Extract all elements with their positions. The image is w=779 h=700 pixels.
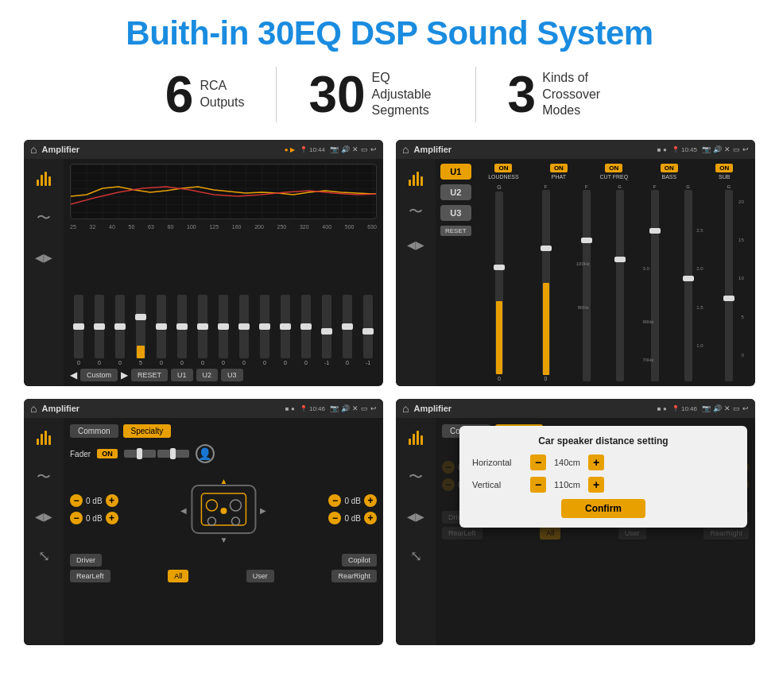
eq-next-arrow[interactable]: ▶ xyxy=(121,369,128,381)
rear-right-db-control: − 0 dB + xyxy=(328,512,377,524)
fader-filter-icon[interactable] xyxy=(31,424,56,450)
distance-dialog: Car speaker distance setting Horizontal … xyxy=(459,426,747,528)
status-bar-2: ⌂ Amplifier ■ ● 📍 10:45 📷🔊✕▭↩ xyxy=(396,140,755,159)
panel-fader-content: 〜 ◀▶ ⤡ Common Specialty Fader xyxy=(24,418,383,645)
cutfreq-on-badge: ON xyxy=(605,164,622,172)
eq-slider-7: 0 xyxy=(215,295,232,365)
dist-sidebar: 〜 ◀▶ ⤡ xyxy=(396,418,436,645)
panel-dist-content: 〜 ◀▶ ⤡ Common Specialty xyxy=(396,418,755,645)
front-left-plus[interactable]: + xyxy=(106,494,118,507)
horizontal-label: Horizontal xyxy=(472,458,524,467)
person-icon: 👤 xyxy=(196,444,215,463)
tab-specialty[interactable]: Specialty xyxy=(123,424,172,438)
home-icon-4[interactable]: ⌂ xyxy=(402,402,409,415)
eq-slider-1: 0 xyxy=(91,295,108,365)
dialog-title: Car speaker distance setting xyxy=(472,435,734,447)
dist-filter-icon[interactable] xyxy=(403,424,428,450)
stat-crossover-number: 3 xyxy=(508,69,537,120)
dist-main: Common Specialty − 0 dB + xyxy=(436,418,755,645)
horizontal-stepper: − 140cm + xyxy=(530,454,604,470)
rear-right-minus[interactable]: − xyxy=(328,512,341,524)
cross-volume-icon[interactable]: ◀▶ xyxy=(403,232,428,257)
eq-wave-icon[interactable]: 〜 xyxy=(31,205,56,230)
stat-crossover-label: Kinds ofCrossover Modes xyxy=(542,70,614,119)
fader-volume-icon[interactable]: ◀▶ xyxy=(31,504,56,529)
app-title-4: Amplifier xyxy=(413,404,652,413)
front-right-minus[interactable]: − xyxy=(328,494,341,507)
eq-u1-btn[interactable]: U1 xyxy=(171,369,193,381)
eq-slider-0: 0 xyxy=(70,295,87,365)
eq-curve-svg xyxy=(71,164,376,219)
stat-rca-number: 6 xyxy=(165,69,194,120)
app-title-2: Amplifier xyxy=(413,145,652,154)
fader-expand-icon[interactable]: ⤡ xyxy=(31,543,56,569)
cross-filter-icon[interactable] xyxy=(403,165,428,191)
u1-button[interactable]: U1 xyxy=(440,164,471,180)
page-title: Buith-in 30EQ DSP Sound System xyxy=(24,14,755,52)
eq-slider-3: 5 xyxy=(132,295,149,365)
fader-on-badge[interactable]: ON xyxy=(97,449,118,458)
home-icon-1[interactable]: ⌂ xyxy=(30,143,37,156)
rear-left-plus[interactable]: + xyxy=(106,512,118,524)
dist-expand-icon[interactable]: ⤡ xyxy=(403,543,428,569)
front-right-db-val: 0 dB xyxy=(344,497,361,505)
status-icons-2: 📷🔊✕▭↩ xyxy=(702,145,749,153)
home-icon-2[interactable]: ⌂ xyxy=(402,143,409,156)
loudness-on-badge: ON xyxy=(494,164,512,172)
tab-common[interactable]: Common xyxy=(70,424,118,438)
eq-slider-12: -1 xyxy=(318,295,335,365)
user-btn[interactable]: User xyxy=(246,570,274,582)
eq-volume-icon[interactable]: ◀▶ xyxy=(31,245,56,270)
rear-right-plus[interactable]: + xyxy=(364,512,377,524)
stat-rca-label: RCAOutputs xyxy=(200,78,244,111)
screen-panel-eq: ⌂ Amplifier ● ▶ 📍 10:44 📷🔊✕▭↩ xyxy=(24,140,383,386)
all-btn[interactable]: All xyxy=(168,570,188,582)
front-right-plus[interactable]: + xyxy=(364,494,377,507)
svg-text:▶: ▶ xyxy=(260,506,266,515)
eq-custom-btn[interactable]: Custom xyxy=(80,369,118,381)
cross-main: U1 U2 U3 RESET ON LOUDNESS xyxy=(436,159,755,386)
vertical-plus-btn[interactable]: + xyxy=(588,477,604,493)
u2-button[interactable]: U2 xyxy=(440,184,471,200)
u-buttons: U1 U2 U3 RESET xyxy=(440,164,471,381)
status-icons-3: 📷🔊✕▭↩ xyxy=(330,404,377,412)
dist-wave-icon[interactable]: 〜 xyxy=(403,464,428,489)
dist-volume-icon[interactable]: ◀▶ xyxy=(403,504,428,529)
copilot-btn[interactable]: Copilot xyxy=(342,554,377,567)
eq-slider-14: -1 xyxy=(359,295,377,365)
svg-point-4 xyxy=(230,500,241,511)
front-right-db-control: − 0 dB + xyxy=(328,494,377,507)
cross-reset-btn[interactable]: RESET xyxy=(440,226,471,236)
eq-filter-icon[interactable] xyxy=(31,165,56,191)
u3-button[interactable]: U3 xyxy=(440,205,471,221)
eq-reset-btn[interactable]: RESET xyxy=(131,369,168,381)
svg-text:▼: ▼ xyxy=(219,536,227,544)
driver-btn[interactable]: Driver xyxy=(70,554,102,567)
eq-u3-btn[interactable]: U3 xyxy=(221,369,243,381)
rear-left-minus[interactable]: − xyxy=(70,512,83,524)
front-left-db-val: 0 dB xyxy=(86,497,103,505)
rearleft-btn[interactable]: RearLeft xyxy=(70,570,110,582)
stats-row: 6 RCAOutputs 30 EQ AdjustableSegments 3 … xyxy=(24,67,755,122)
horizontal-plus-btn[interactable]: + xyxy=(588,454,604,470)
front-left-minus[interactable]: − xyxy=(70,494,83,507)
svg-point-5 xyxy=(207,517,215,525)
rearright-btn[interactable]: RearRight xyxy=(331,570,377,582)
stat-rca: 6 RCAOutputs xyxy=(134,69,277,120)
eq-prev-arrow[interactable]: ◀ xyxy=(70,369,77,381)
eq-sidebar: 〜 ◀▶ xyxy=(24,159,64,386)
vertical-label: Vertical xyxy=(472,480,524,489)
status-icons-4: 📷🔊✕▭↩ xyxy=(702,404,749,412)
horizontal-minus-btn[interactable]: − xyxy=(530,454,546,470)
car-diagram-svg: ▲ ▼ ◀ ▶ xyxy=(123,470,324,549)
svg-point-6 xyxy=(231,517,239,525)
horizontal-value: 140cm xyxy=(549,458,585,467)
vertical-minus-btn[interactable]: − xyxy=(530,477,546,493)
home-icon-3[interactable]: ⌂ xyxy=(30,402,37,415)
confirm-button[interactable]: Confirm xyxy=(561,499,645,518)
screen-panel-crossover: ⌂ Amplifier ■ ● 📍 10:45 📷🔊✕▭↩ xyxy=(396,140,755,386)
fader-wave-icon[interactable]: 〜 xyxy=(31,464,56,489)
cross-wave-icon[interactable]: 〜 xyxy=(403,199,428,224)
eq-u2-btn[interactable]: U2 xyxy=(196,369,219,381)
eq-slider-5: 0 xyxy=(173,295,191,365)
